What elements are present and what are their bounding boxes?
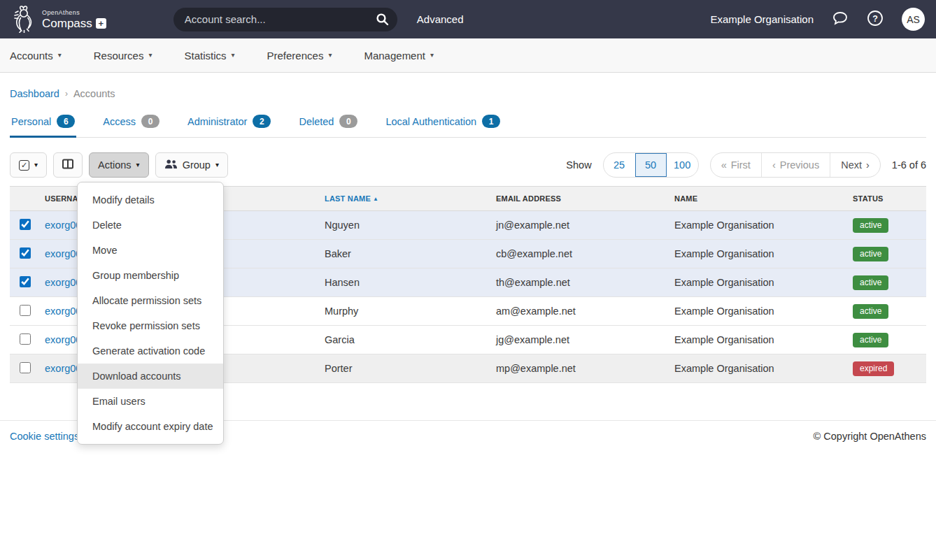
column-header-name[interactable]: NAME xyxy=(667,187,846,211)
tab-count-badge: 6 xyxy=(57,115,75,128)
chevron-down-icon: ▾ xyxy=(148,52,152,59)
chevron-down-icon: ▾ xyxy=(136,161,140,168)
lastname-cell: Hansen xyxy=(318,268,489,297)
pagination-group: « First ‹ Previous Next › xyxy=(710,152,881,178)
search-button[interactable] xyxy=(376,13,389,28)
help-circle-icon: ? xyxy=(867,10,884,29)
nav-item-accounts[interactable]: Accounts ▾ xyxy=(10,50,62,62)
nav-item-label: Accounts xyxy=(10,50,53,62)
lastname-cell: Murphy xyxy=(318,297,489,326)
pagination-first-button[interactable]: « First xyxy=(711,153,761,177)
group-dropdown-button[interactable]: Group ▾ xyxy=(155,152,228,178)
email-cell: am@example.net xyxy=(489,297,667,326)
cookie-settings-link[interactable]: Cookie settings xyxy=(10,431,79,442)
advanced-search-link[interactable]: Advanced xyxy=(417,13,464,25)
chat-bubble-icon xyxy=(832,10,849,28)
messages-button[interactable] xyxy=(832,10,849,28)
pagination-previous-button[interactable]: ‹ Previous xyxy=(761,153,830,177)
menu-item-email-users[interactable]: Email users xyxy=(78,389,223,414)
user-avatar[interactable]: AS xyxy=(902,8,925,31)
row-checkbox[interactable] xyxy=(20,333,31,345)
menu-item-delete[interactable]: Delete xyxy=(78,213,223,238)
nav-item-label: Management xyxy=(364,50,425,62)
breadcrumb: Dashboard › Accounts xyxy=(0,73,936,99)
column-header-email[interactable]: EMAIL ADDRESS xyxy=(489,187,667,211)
copyright-text: © Copyright OpenAthens xyxy=(814,431,926,442)
nav-item-management[interactable]: Management ▾ xyxy=(364,50,434,62)
column-header-status[interactable]: STATUS xyxy=(846,187,926,211)
account-search xyxy=(173,8,397,31)
org-name-cell: Example Organisation xyxy=(667,354,846,383)
chevron-down-icon: ▾ xyxy=(328,52,332,59)
menu-item-group-membership[interactable]: Group membership xyxy=(78,263,223,288)
org-name-cell: Example Organisation xyxy=(667,268,846,297)
brand-compass-label: Compass xyxy=(42,17,92,29)
chevron-down-icon: ▾ xyxy=(215,161,219,168)
nav-item-label: Resources xyxy=(94,50,144,62)
email-cell: mp@example.net xyxy=(489,354,667,383)
chevron-down-icon: ▾ xyxy=(34,161,38,168)
row-checkbox[interactable] xyxy=(20,219,31,230)
checkbox-icon: ✓ xyxy=(19,160,29,171)
tab-local-authentication[interactable]: Local Authentication 1 xyxy=(384,115,502,137)
tab-access[interactable]: Access 0 xyxy=(101,115,161,137)
pagination-first-label: First xyxy=(731,159,751,171)
nav-item-label: Statistics xyxy=(184,50,226,62)
actions-dropdown-button[interactable]: Actions ▾ xyxy=(89,152,149,178)
row-checkbox[interactable] xyxy=(20,247,31,259)
pagination-previous-label: Previous xyxy=(780,159,819,171)
breadcrumb-separator-icon: › xyxy=(65,89,68,99)
lastname-cell: Baker xyxy=(318,240,489,268)
menu-item-modify-details[interactable]: Modify details xyxy=(78,187,223,213)
row-checkbox[interactable] xyxy=(20,362,31,373)
column-header-lastname[interactable]: LAST NAME▲ xyxy=(318,187,489,211)
menu-item-modify-account-expiry-date[interactable]: Modify account expiry date xyxy=(78,414,223,439)
status-badge: active xyxy=(853,275,888,290)
status-badge: active xyxy=(853,247,888,261)
tab-count-badge: 2 xyxy=(253,115,271,128)
page-size-group: 25 50 100 xyxy=(603,152,699,178)
org-name-cell: Example Organisation xyxy=(667,240,846,268)
nav-item-resources[interactable]: Resources ▾ xyxy=(94,50,153,62)
brand-logo[interactable]: OpenAthens Compass + xyxy=(11,3,106,36)
page-size-25[interactable]: 25 xyxy=(604,153,635,177)
help-button[interactable]: ? xyxy=(867,10,884,29)
column-header-checkbox xyxy=(10,187,38,211)
tab-label: Local Authentication xyxy=(385,116,476,127)
columns-button[interactable] xyxy=(53,152,83,178)
row-checkbox[interactable] xyxy=(20,305,31,316)
menu-item-download-accounts[interactable]: Download accounts xyxy=(78,364,223,389)
status-badge: active xyxy=(853,333,888,347)
pagination-next-button[interactable]: Next › xyxy=(830,153,880,177)
result-range-label: 1-6 of 6 xyxy=(892,159,926,171)
main-nav: Accounts ▾ Resources ▾ Statistics ▾ Pref… xyxy=(0,38,936,73)
sort-ascending-icon: ▲ xyxy=(373,196,378,202)
org-name-cell: Example Organisation xyxy=(667,297,846,326)
email-cell: th@example.net xyxy=(489,268,667,297)
menu-item-move[interactable]: Move xyxy=(78,238,223,263)
group-button-label: Group xyxy=(183,159,211,171)
select-all-dropdown-button[interactable]: ✓ ▾ xyxy=(10,152,47,178)
status-badge: active xyxy=(853,304,888,319)
page-size-100[interactable]: 100 xyxy=(667,153,698,177)
breadcrumb-current: Accounts xyxy=(73,88,115,99)
tab-personal[interactable]: Personal 6 xyxy=(10,115,76,137)
menu-item-allocate-permission-sets[interactable]: Allocate permission sets xyxy=(78,288,223,313)
chevron-down-icon: ▾ xyxy=(430,52,434,59)
tab-count-badge: 0 xyxy=(141,115,159,128)
tab-label: Administrator xyxy=(187,116,247,127)
menu-item-revoke-permission-sets[interactable]: Revoke permission sets xyxy=(78,313,223,338)
page-size-50[interactable]: 50 xyxy=(635,153,667,177)
group-people-icon xyxy=(164,159,178,171)
account-search-input[interactable] xyxy=(173,8,397,31)
breadcrumb-dashboard-link[interactable]: Dashboard xyxy=(10,88,59,99)
actions-dropdown-menu: Modify details Delete Move Group members… xyxy=(77,182,224,445)
row-checkbox[interactable] xyxy=(20,276,31,287)
nav-item-label: Preferences xyxy=(267,50,324,62)
tab-administrator[interactable]: Administrator 2 xyxy=(186,115,272,137)
menu-item-generate-activation-code[interactable]: Generate activation code xyxy=(78,338,223,364)
chevron-left-icon: ‹ xyxy=(772,159,776,171)
nav-item-preferences[interactable]: Preferences ▾ xyxy=(267,50,332,62)
tab-deleted[interactable]: Deleted 0 xyxy=(297,115,359,137)
nav-item-statistics[interactable]: Statistics ▾ xyxy=(184,50,234,62)
